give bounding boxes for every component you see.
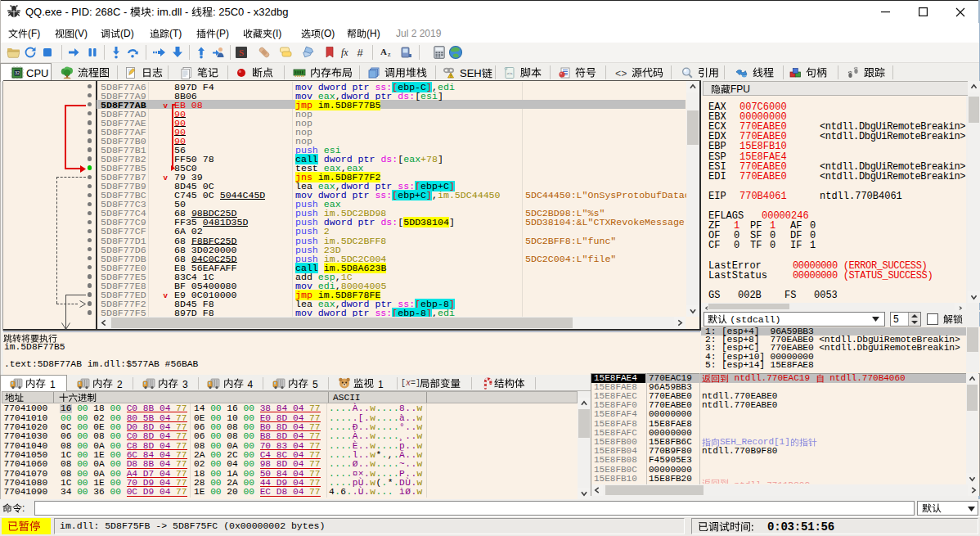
svg-text:!: ! [450, 74, 452, 79]
svg-text:fx: fx [341, 47, 348, 58]
svg-text:32: 32 [15, 70, 20, 75]
svg-text:<>: <> [615, 69, 627, 80]
svg-text:A: A [380, 47, 387, 56]
svg-text:#: # [357, 47, 364, 59]
svg-text:<>: <> [506, 71, 513, 77]
svg-text:S: S [239, 47, 244, 57]
svg-text:z: z [388, 51, 391, 58]
